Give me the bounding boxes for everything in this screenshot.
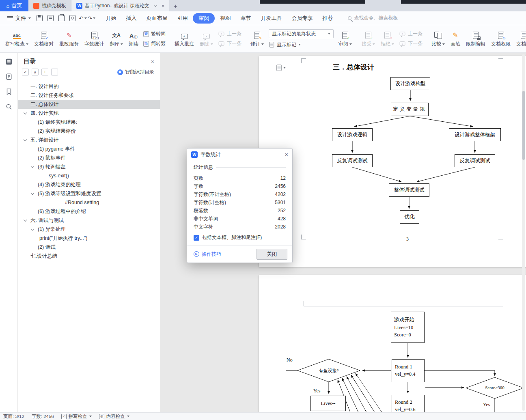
toc-expand-icon[interactable]: + xyxy=(41,69,48,75)
toc-item[interactable]: (2) 鼠标事件 xyxy=(18,153,160,162)
next-comment-button[interactable]: ↓下一条 xyxy=(218,40,241,47)
compare-button[interactable]: 比较 xyxy=(429,28,448,50)
toc-item[interactable]: 七.设计总结 xyxy=(18,252,160,261)
toc-item[interactable]: 六. 调试与测试 xyxy=(18,216,160,225)
task-pane-button[interactable] xyxy=(3,71,15,82)
chevron-down-icon[interactable] xyxy=(24,111,27,114)
toc-item[interactable]: (4) 游戏结束的处理 xyxy=(18,180,160,189)
redo-icon[interactable]: ↷ xyxy=(88,15,93,22)
file-menu-button[interactable]: 文件 xyxy=(4,13,34,24)
export-icon[interactable] xyxy=(47,15,54,21)
toc-item[interactable]: sys.exit() xyxy=(18,171,160,180)
toc-collapse-all-icon[interactable]: ∧ xyxy=(32,69,39,75)
trad-to-simp-button[interactable]: 繁繁转简 xyxy=(143,30,166,37)
doc-proofread-button[interactable]: ✓ 文档校对 xyxy=(31,28,56,50)
undo-icon[interactable]: ↶ xyxy=(79,15,84,22)
track-changes-button[interactable]: ✎ 修订 xyxy=(248,28,267,50)
toc-item[interactable]: 四. 设计实现 xyxy=(18,109,160,118)
simp-to-trad-button[interactable]: 简简转繁 xyxy=(143,40,166,47)
print-preview-icon[interactable] xyxy=(69,15,75,21)
toc-select-icon[interactable]: ✓ xyxy=(22,69,29,75)
tab-start[interactable]: 开始 xyxy=(101,13,121,24)
toc-item[interactable]: (5) 游戏等级设置和难度设置 xyxy=(18,189,160,198)
command-search[interactable]: 查找命令、搜索模板 xyxy=(348,15,398,22)
tab-dev-tools[interactable]: 开发工具 xyxy=(256,13,286,24)
tab-review[interactable]: 审阅 xyxy=(193,13,215,24)
close-panel-icon[interactable]: × xyxy=(151,58,154,65)
insert-comment-button[interactable]: + 插入批注 xyxy=(172,28,197,50)
spell-check-toggle[interactable]: ✓ 拼写检查 xyxy=(61,414,92,420)
toc-item[interactable]: (1) 异常处理 xyxy=(18,225,160,234)
chevron-down-icon[interactable] xyxy=(31,227,34,230)
tab-recommend[interactable]: 推荐 xyxy=(318,13,337,24)
word-count-indicator[interactable]: 字数: 2456 xyxy=(32,414,54,420)
tab-page-layout[interactable]: 页面布局 xyxy=(142,13,172,24)
toc-item[interactable]: (3) 轮询键盘 xyxy=(18,162,160,171)
toc-item[interactable]: 五. 详细设计 xyxy=(18,136,160,144)
bookmark-panel-button[interactable] xyxy=(3,86,15,97)
chevron-down-icon[interactable] xyxy=(153,3,157,6)
tips-link[interactable]: ▶ 操作技巧 xyxy=(194,251,221,258)
tab-document[interactable]: W 基于Python...戏设计 课程论文 × xyxy=(71,0,169,11)
tab-section[interactable]: 章节 xyxy=(236,13,255,24)
dialog-titlebar[interactable]: W 字数统计 × xyxy=(187,149,292,161)
prev-comment-button[interactable]: ↑上一条 xyxy=(218,30,241,37)
tab-docer-template[interactable]: 找稿壳模板 xyxy=(28,0,71,11)
chevron-down-icon[interactable] xyxy=(31,165,34,168)
undo-caret-icon[interactable] xyxy=(84,17,87,19)
document-page-3[interactable]: 三．总体设计 设计游戏构型 定义变量规 设计游戏逻辑 设计游戏整体框架 反复调试… xyxy=(259,56,526,267)
save-icon[interactable] xyxy=(37,15,43,21)
close-dialog-button[interactable]: 关闭 xyxy=(257,249,287,260)
correction-service-button[interactable]: ✎ 批改服务 xyxy=(56,28,82,50)
chevron-down-icon[interactable] xyxy=(31,192,34,195)
toc-item[interactable]: 二. 设计任务和要求 xyxy=(18,91,160,100)
read-aloud-button[interactable]: A))) 朗读 xyxy=(126,28,141,50)
chevron-down-icon[interactable] xyxy=(24,138,27,141)
outline-panel-button[interactable] xyxy=(3,56,15,67)
vertical-scrollbar[interactable] xyxy=(522,54,525,411)
smart-recognize-button[interactable]: 智能识别目录 xyxy=(117,69,154,75)
toc-collapse-icon[interactable]: − xyxy=(51,69,58,75)
toc-item[interactable]: 一. 设计目的 xyxy=(18,82,160,91)
next-change-button[interactable]: ↓下一条 xyxy=(399,40,423,47)
show-markup-button[interactable]: 显示标记 xyxy=(269,41,334,48)
include-textbox-checkbox[interactable]: ✓ 包括文本框、脚注和尾注(F) xyxy=(194,234,286,241)
scrollbar-thumb[interactable] xyxy=(522,91,525,160)
tab-references[interactable]: 引用 xyxy=(172,13,192,24)
toc-item[interactable]: (6) 游戏过程中的介绍 xyxy=(18,207,160,216)
toc-item[interactable]: (2) 调试 xyxy=(18,243,160,252)
pen-button[interactable]: ✎ 画笔 xyxy=(448,28,463,50)
new-tab-button[interactable]: + xyxy=(169,0,181,11)
markup-state-select[interactable]: 显示标记的最终状态 xyxy=(269,29,334,38)
chevron-down-icon[interactable] xyxy=(24,218,27,222)
tab-member[interactable]: 会员专享 xyxy=(287,13,317,24)
translate-button[interactable]: 文A 翻译 xyxy=(107,28,126,50)
prev-change-button[interactable]: ↑上一条 xyxy=(399,30,423,37)
word-count-button[interactable]: 123 字数统计 xyxy=(82,28,107,50)
redo-caret-icon[interactable] xyxy=(93,17,95,19)
home-tab[interactable]: ⌂ 首页 xyxy=(0,0,28,11)
tab-insert[interactable]: 插入 xyxy=(121,13,141,24)
document-page-4[interactable]: 游戏开始 Lives=10 Score=0 有鱼没接? No Round 1 v… xyxy=(259,275,526,412)
toc-item[interactable]: #Round setting xyxy=(18,198,160,207)
accept-button[interactable]: ✓ 接受 xyxy=(359,28,378,50)
page-tool-button[interactable] xyxy=(276,64,286,71)
find-panel-button[interactable] xyxy=(3,101,15,112)
page-indicator[interactable]: 页面: 3/12 xyxy=(3,414,24,420)
print-icon[interactable] xyxy=(58,15,65,21)
restrict-editing-button[interactable]: 限制编辑 xyxy=(463,28,488,50)
toc-item[interactable]: (1) 最终实现结果: xyxy=(18,118,160,127)
close-tab-icon[interactable]: × xyxy=(162,3,165,9)
doc-permission-button[interactable]: ⊙ 文档权限 xyxy=(488,28,513,50)
tab-view[interactable]: 视图 xyxy=(216,13,235,24)
dialog-close-icon[interactable]: × xyxy=(285,151,288,158)
review-pane-button[interactable]: ✓ 审阅 xyxy=(336,28,355,50)
spell-check-button[interactable]: abc 拼写检查 xyxy=(2,28,31,50)
reject-button[interactable]: × 拒绝 xyxy=(378,28,397,50)
toc-item[interactable]: print("开始执行 try...") xyxy=(18,234,160,243)
content-check-toggle[interactable]: ⊙ 内容检查 xyxy=(99,414,129,420)
toc-item-active[interactable]: 三. 总体设计 xyxy=(18,100,160,109)
delete-comment-button[interactable]: × 删除 xyxy=(197,28,216,50)
toc-item[interactable]: (2) 实现结果评价 xyxy=(18,127,160,136)
toc-item[interactable]: (1) pygame 事件 xyxy=(18,144,160,153)
